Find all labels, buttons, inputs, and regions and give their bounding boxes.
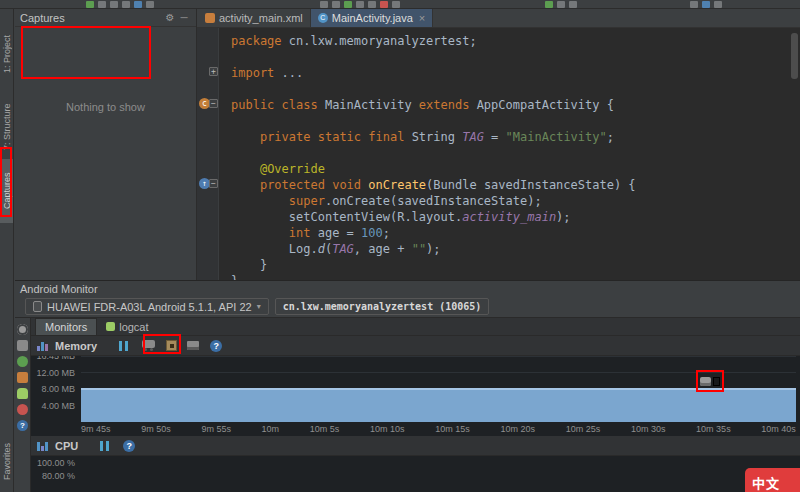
memory-x-tick: 10m 15s: [435, 424, 470, 434]
terminate-icon[interactable]: [17, 404, 28, 415]
cpu-chart-icon: [37, 440, 49, 451]
memory-graph: 16.45 MB12.00 MB8.00 MB4.00 MB 9m 45s9m …: [31, 356, 800, 436]
cpu-y-tick: 80.00 %: [42, 471, 75, 481]
gc-event-tooltip: [713, 377, 720, 386]
toolbar-icon[interactable]: [557, 1, 565, 8]
hide-panel-icon[interactable]: ─: [177, 12, 191, 23]
tab-label: activity_main.xml: [219, 12, 303, 24]
toolbar-icon[interactable]: [368, 1, 376, 8]
layout-inspector-icon[interactable]: [17, 372, 28, 383]
memory-usage-area: [81, 388, 796, 422]
code-editor-area[interactable]: +c−↑− package cn.lxw.memoryanalyzertest;…: [197, 28, 800, 280]
fold-minus-icon[interactable]: −: [209, 99, 218, 108]
fold-plus-icon[interactable]: +: [209, 67, 218, 76]
captures-empty-text: Nothing to show: [15, 101, 196, 113]
code-line: int age = 100;: [231, 225, 800, 241]
screenshot-icon[interactable]: [17, 340, 28, 351]
logcat-icon: [106, 322, 115, 331]
code-line: private static final String TAG = "MainA…: [231, 129, 800, 145]
memory-y-tick: 8.00 MB: [41, 384, 75, 394]
editor-scrollbar[interactable]: [791, 33, 798, 79]
captures-panel-header: Captures ⚙ ─: [15, 9, 196, 27]
pause-icon[interactable]: [119, 341, 128, 351]
cpu-graph: 100.00 %80.00 %: [31, 456, 800, 492]
tab-mainactivity-java[interactable]: C MainActivity.java ×: [311, 9, 434, 27]
help-icon[interactable]: ?: [17, 420, 28, 431]
toolbar-icon[interactable]: [690, 1, 698, 8]
tab-logcat[interactable]: logcat: [97, 318, 157, 335]
toolbar-icon[interactable]: [134, 1, 142, 8]
toolbar-icon[interactable]: [110, 1, 118, 8]
memory-x-tick: 10m 40s: [761, 424, 796, 434]
toolbar-icon[interactable]: [714, 1, 722, 8]
fold-minus-icon[interactable]: −: [209, 179, 218, 188]
toolbar-icon[interactable]: [98, 1, 106, 8]
tab-label: logcat: [119, 321, 148, 333]
code-line: package cn.lxw.memoryanalyzertest;: [231, 33, 800, 49]
code-line: protected void onCreate(Bundle savedInst…: [231, 177, 800, 193]
toolbar-icon[interactable]: [356, 1, 364, 8]
help-icon[interactable]: ?: [123, 440, 135, 452]
screen-rotate-icon[interactable]: [17, 356, 28, 367]
memory-x-tick: 10m: [262, 424, 280, 434]
memory-x-tick: 10m 35s: [696, 424, 731, 434]
memory-chart-icon: [37, 340, 49, 351]
gear-icon[interactable]: [17, 324, 28, 335]
memory-y-tick: 4.00 MB: [41, 401, 75, 411]
cpu-y-tick: 100.00 %: [37, 458, 75, 468]
tab-activity-main-xml[interactable]: activity_main.xml: [198, 9, 311, 27]
cpu-y-axis: 100.00 %80.00 %: [31, 456, 77, 492]
gc-event-icon[interactable]: [700, 377, 711, 386]
code-line: Log.d(TAG, age + "");: [231, 241, 800, 257]
cpu-section-header: CPU ?: [31, 436, 800, 456]
code-line: }: [231, 273, 800, 280]
editor-gutter: +c−↑−: [197, 28, 219, 280]
code-line: [231, 81, 800, 97]
gear-icon[interactable]: ⚙: [163, 12, 177, 23]
process-name: cn.lxw.memoryanalyzertest (10065): [283, 301, 482, 312]
memory-x-tick: 9m 50s: [141, 424, 171, 434]
toolbar-icon[interactable]: [86, 1, 94, 8]
android-icon[interactable]: [17, 388, 28, 399]
device-selector[interactable]: HUAWEI FDR-A03L Android 5.1.1, API 22 ▾: [25, 298, 269, 315]
toolbar-icon[interactable]: [332, 1, 340, 8]
toolbar-icon[interactable]: [344, 1, 352, 8]
code-line: @Override: [231, 161, 800, 177]
code-line: [231, 145, 800, 161]
tab-monitors[interactable]: Monitors: [35, 318, 97, 335]
cpu-section-label: CPU: [55, 440, 78, 452]
process-selector[interactable]: cn.lxw.memoryanalyzertest (10065): [275, 298, 490, 315]
close-icon[interactable]: ×: [419, 12, 425, 24]
toolbar-icon[interactable]: [392, 1, 400, 8]
toolbar-icon[interactable]: [380, 1, 388, 8]
pause-icon[interactable]: [100, 441, 109, 451]
toolbar-icon[interactable]: [702, 1, 710, 8]
chevron-down-icon: ▾: [257, 302, 261, 311]
memory-y-tick: 16.45 MB: [36, 356, 75, 361]
editor: activity_main.xml C MainActivity.java × …: [197, 9, 800, 280]
code-line: public class MainActivity extends AppCom…: [231, 97, 800, 113]
editor-tab-bar: activity_main.xml C MainActivity.java ×: [197, 9, 800, 28]
android-studio-window: 1: Project 7: Structure Captures Favorit…: [0, 0, 800, 492]
java-class-icon: C: [318, 13, 328, 23]
allocation-tracker-icon[interactable]: [187, 341, 199, 350]
memory-x-tick: 10m 25s: [566, 424, 601, 434]
android-monitor-panel: Android Monitor HUAWEI FDR-A03L Android …: [15, 280, 800, 492]
memory-x-tick: 9m 55s: [201, 424, 231, 434]
device-icon: [33, 301, 42, 312]
code-line: }: [231, 257, 800, 273]
toolbar-icon[interactable]: [122, 1, 130, 8]
memory-x-axis: 9m 45s9m 50s9m 55s10m10m 5s10m 10s10m 15…: [81, 422, 796, 436]
tab-label: MainActivity.java: [332, 12, 413, 24]
toolbar-icon[interactable]: [545, 1, 553, 8]
sidebar-item-project[interactable]: 1: Project: [0, 23, 13, 85]
annotation-box-heap-dump-button: [143, 334, 181, 354]
sidebar-item-favorites[interactable]: Favorites: [0, 433, 13, 489]
toolbar-icon[interactable]: [569, 1, 577, 8]
memory-x-tick: 10m 5s: [310, 424, 340, 434]
help-icon[interactable]: ?: [210, 340, 222, 352]
code-line: super.onCreate(savedInstanceState);: [231, 193, 800, 209]
toolbar-icon[interactable]: [320, 1, 328, 8]
toolbar-icon[interactable]: [146, 1, 154, 8]
xml-file-icon: [205, 13, 215, 23]
